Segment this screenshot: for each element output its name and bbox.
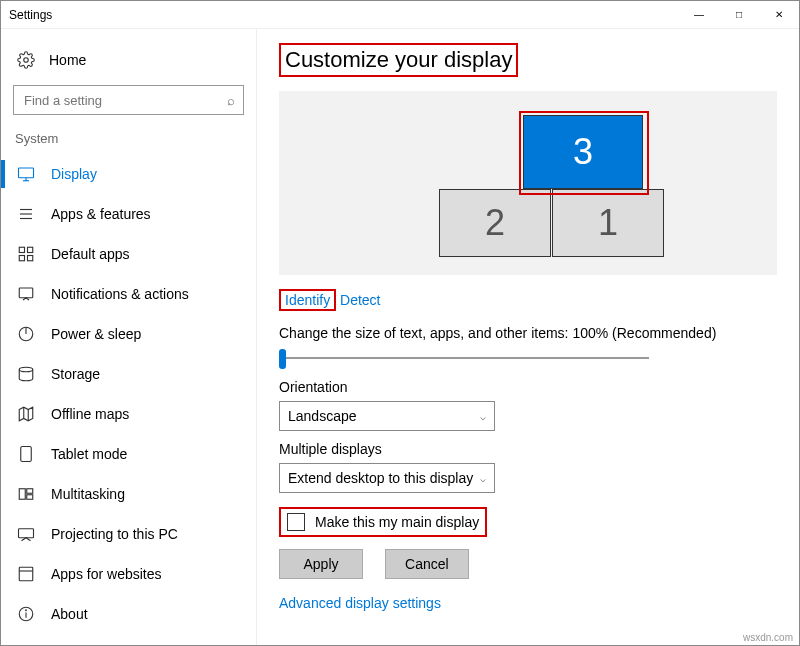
sidebar-item-label: Display [51,166,97,182]
search-input[interactable] [22,92,227,109]
main-display-highlight: Make this my main display [279,507,487,537]
monitor-2[interactable]: 2 [439,189,551,257]
svg-rect-20 [19,489,25,500]
svg-marker-15 [19,407,33,421]
page-title: Customize your display [279,43,777,77]
sidebar-item-multitasking[interactable]: Multitasking [1,474,256,514]
svg-point-28 [26,610,27,611]
sidebar-item-label: About [51,606,88,622]
scale-slider[interactable] [279,347,649,369]
storage-icon [17,365,35,383]
sidebar-item-label: Apps for websites [51,566,162,582]
detect-link[interactable]: Detect [340,292,380,308]
info-icon [17,605,35,623]
svg-rect-21 [27,489,33,494]
window-title: Settings [9,8,52,22]
sidebar-item-apps-websites[interactable]: Apps for websites [1,554,256,594]
notifications-icon [17,285,35,303]
orientation-label: Orientation [279,379,777,395]
svg-point-0 [24,58,29,63]
list-icon [17,205,35,223]
nav-list: Display Apps & features Default apps Not… [1,154,256,634]
sidebar-item-label: Power & sleep [51,326,141,342]
sidebar-item-label: Offline maps [51,406,129,422]
sidebar-item-label: Notifications & actions [51,286,189,302]
page-title-text: Customize your display [279,43,518,77]
sidebar-item-about[interactable]: About [1,594,256,634]
sidebar-item-tablet-mode[interactable]: Tablet mode [1,434,256,474]
display-preview[interactable]: 3 2 1 [279,91,777,275]
watermark: wsxdn.com [743,632,793,643]
search-icon: ⌕ [227,93,235,108]
svg-rect-7 [19,247,24,252]
main-display-label: Make this my main display [315,514,479,530]
sidebar-item-notifications[interactable]: Notifications & actions [1,274,256,314]
home-button[interactable]: Home [1,43,256,85]
sidebar-item-storage[interactable]: Storage [1,354,256,394]
slider-thumb[interactable] [279,349,286,369]
sidebar-item-projecting[interactable]: Projecting to this PC [1,514,256,554]
sidebar-item-label: Multitasking [51,486,125,502]
map-icon [17,405,35,423]
maximize-button[interactable]: □ [719,1,759,29]
projecting-icon [17,525,35,543]
titlebar: Settings — □ ✕ [1,1,799,29]
svg-rect-8 [28,247,33,252]
sidebar-item-default-apps[interactable]: Default apps [1,234,256,274]
orientation-value: Landscape [288,408,357,424]
slider-track [279,357,649,359]
svg-rect-18 [21,447,32,462]
sidebar-item-label: Default apps [51,246,130,262]
gear-icon [17,51,35,69]
close-button[interactable]: ✕ [759,1,799,29]
cancel-button[interactable]: Cancel [385,549,469,579]
svg-rect-24 [19,567,33,581]
settings-window: Settings — □ ✕ Home ⌕ System [0,0,800,646]
category-label: System [1,131,256,154]
svg-rect-1 [19,168,34,178]
multi-displays-dropdown[interactable]: Extend desktop to this display ⌵ [279,463,495,493]
svg-rect-10 [28,256,33,261]
search-input-wrap[interactable]: ⌕ [13,85,244,115]
sidebar-item-label: Storage [51,366,100,382]
orientation-dropdown[interactable]: Landscape ⌵ [279,401,495,431]
monitor-3[interactable]: 3 [523,115,643,189]
svg-rect-22 [27,495,33,500]
main-display-checkbox[interactable] [287,513,305,531]
minimize-button[interactable]: — [679,1,719,29]
default-apps-icon [17,245,35,263]
svg-rect-11 [19,288,33,298]
home-label: Home [49,52,86,68]
monitor-1[interactable]: 1 [552,189,664,257]
tablet-icon [17,445,35,463]
sidebar-item-label: Projecting to this PC [51,526,178,542]
display-icon [17,165,35,183]
chevron-down-icon: ⌵ [480,473,486,484]
scale-label: Change the size of text, apps, and other… [279,325,777,341]
multitasking-icon [17,485,35,503]
power-icon [17,325,35,343]
display-actions: Identify Detect [279,285,777,315]
chevron-down-icon: ⌵ [480,411,486,422]
advanced-display-link[interactable]: Advanced display settings [279,595,441,611]
sidebar-item-power-sleep[interactable]: Power & sleep [1,314,256,354]
multi-displays-value: Extend desktop to this display [288,470,473,486]
apps-websites-icon [17,565,35,583]
sidebar: Home ⌕ System Display Apps & features De… [1,29,257,645]
sidebar-item-label: Apps & features [51,206,151,222]
svg-rect-23 [19,529,34,538]
svg-rect-9 [19,256,24,261]
svg-point-14 [19,367,33,372]
sidebar-item-display[interactable]: Display [1,154,256,194]
identify-link[interactable]: Identify [285,292,330,308]
sidebar-item-label: Tablet mode [51,446,127,462]
apply-button[interactable]: Apply [279,549,363,579]
sidebar-item-apps-features[interactable]: Apps & features [1,194,256,234]
multi-displays-label: Multiple displays [279,441,777,457]
sidebar-item-offline-maps[interactable]: Offline maps [1,394,256,434]
main-content: Customize your display 3 2 1 Identify De… [257,29,799,645]
